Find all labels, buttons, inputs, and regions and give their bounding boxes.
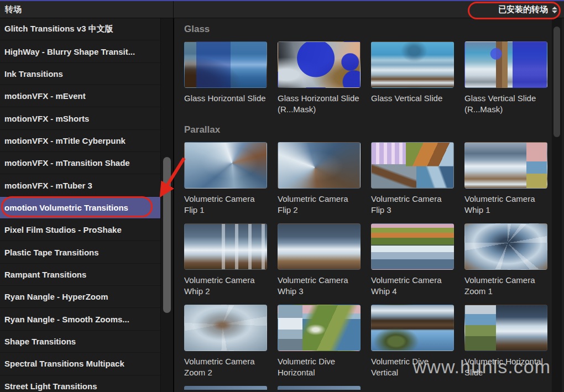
section-title: Parallax <box>184 115 564 135</box>
transition-cell: Volumetric Camera Flip 3 <box>371 142 454 216</box>
transition-cell: Glass Vertical Slide (R...Mask) <box>464 41 547 115</box>
transition-cell: Glass Vertical Slide <box>371 41 454 115</box>
transition-label: Volumetric Dive Vertical <box>371 356 454 378</box>
transition-label: Volumetric Camera Whip 3 <box>278 275 361 297</box>
sidebar-item[interactable]: Rampant Transitions <box>0 264 160 286</box>
transitions-grid: Volumetric Camera Flip 1 Volumetric Came… <box>184 142 564 390</box>
sidebar-item[interactable]: motionVFX - mTitle Cyberpunk <box>0 130 160 152</box>
main-scrollbar-thumb[interactable] <box>553 27 560 137</box>
transition-packs-sidebar: Glitch Transitions v3 中文版 HighWay - Blur… <box>0 18 160 392</box>
sidebar-item[interactable]: motionVFX - mTransition Shade <box>0 152 160 174</box>
transition-label: Volumetric Camera Zoom 2 <box>184 356 267 378</box>
sidebar-item-label: Ryan Nangle - Smooth Zooms... <box>4 315 129 324</box>
panel-title: 转场 <box>0 4 22 15</box>
sidebar-item-label: Glitch Transitions v3 中文版 <box>4 24 113 34</box>
section-title: Glass <box>184 18 564 35</box>
transition-thumbnail-partial[interactable] <box>278 386 361 390</box>
sidebar-item-label: motionVFX - mTitle Cyberpunk <box>4 136 126 145</box>
sidebar-item[interactable]: motionVFX - mShorts <box>0 107 160 129</box>
transition-label: Volumetric Dive Horizontal <box>278 356 361 378</box>
transition-label: Volumetric Camera Whip 1 <box>464 194 547 216</box>
sections-container: Glass Glass Horizontal Slide Glass Horiz… <box>174 18 564 390</box>
transition-label: Volumetric Camera Whip 2 <box>184 275 267 297</box>
transition-thumbnail-partial[interactable] <box>184 386 267 390</box>
transition-label: Glass Horizontal Slide (R...Mask) <box>278 93 361 115</box>
transition-thumbnail[interactable] <box>278 305 361 351</box>
transition-thumbnail[interactable] <box>464 41 547 88</box>
sidebar-item-label: motionVFX - mTransition Shade <box>4 158 130 168</box>
transition-section: Glass Glass Horizontal Slide Glass Horiz… <box>184 18 564 115</box>
transition-thumbnail[interactable] <box>184 142 267 189</box>
transition-thumbnail[interactable] <box>278 223 361 270</box>
transition-cell: Glass Horizontal Slide <box>184 41 267 115</box>
sidebar-item-label: omotion Volumetric Transitions <box>4 203 128 212</box>
transition-label: Volumetric Camera Whip 4 <box>371 275 454 297</box>
header-bar: 转场 已安装的转场 <box>0 1 564 18</box>
transition-thumbnail[interactable] <box>184 305 267 351</box>
transition-label: Volumetric Camera Flip 1 <box>184 194 267 216</box>
transition-thumbnail[interactable] <box>371 41 454 88</box>
transition-label: Glass Horizontal Slide <box>184 93 267 115</box>
transition-thumbnail[interactable] <box>464 223 547 270</box>
sidebar-item-label: Ink Transitions <box>4 69 63 79</box>
sidebar-item[interactable]: Plastic Tape Transitions <box>0 241 160 263</box>
transition-thumbnail[interactable] <box>184 41 267 88</box>
transition-thumbnail[interactable] <box>278 142 361 189</box>
transition-label: Volumetric Camera Zoom 1 <box>464 275 547 297</box>
sidebar-item-label: Rampant Transitions <box>4 270 86 279</box>
sidebar-item[interactable]: omotion Volumetric Transitions <box>0 197 160 219</box>
transition-cell: Glass Horizontal Slide (R...Mask) <box>278 41 361 115</box>
transition-label: Glass Vertical Slide <box>371 93 454 115</box>
transition-thumbnail[interactable] <box>464 142 547 189</box>
sidebar-item-label: motionVFX - mTuber 3 <box>4 181 92 190</box>
transition-thumbnail[interactable] <box>278 41 361 88</box>
sidebar-item[interactable]: Ryan Nangle - HyperZoom <box>0 286 160 308</box>
transition-cell-partial <box>184 386 267 390</box>
transition-cell: Volumetric Dive Vertical <box>371 305 454 378</box>
transition-label: Volumetric Horizontal Slide <box>464 356 547 378</box>
sidebar-item-label: Plastic Tape Transitions <box>4 248 99 257</box>
sidebar-item-label: motionVFX - mShorts <box>4 114 89 123</box>
sidebar-item[interactable]: Glitch Transitions v3 中文版 <box>0 18 160 40</box>
top-accent-line <box>0 0 564 1</box>
sidebar-item-label: Pixel Film Studios - ProShake <box>4 225 122 234</box>
sidebar-item-label: Spectral Transitions Multipack <box>4 359 124 368</box>
transition-label: Volumetric Camera Flip 2 <box>278 194 361 216</box>
transition-cell: Volumetric Camera Whip 3 <box>278 223 361 297</box>
transition-cell: Volumetric Camera Zoom 1 <box>464 223 547 297</box>
transition-cell: Volumetric Camera Whip 1 <box>464 142 547 216</box>
transition-cell: Volumetric Camera Flip 1 <box>184 142 267 216</box>
sidebar-item[interactable]: Ryan Nangle - Smooth Zooms... <box>0 308 160 330</box>
transition-label: Volumetric Camera Flip 3 <box>371 194 454 216</box>
sidebar-item[interactable]: HighWay - Blurry Shape Transit... <box>0 40 160 62</box>
transition-thumbnail[interactable] <box>464 305 547 351</box>
dropdown-label: 已安装的转场 <box>498 4 548 15</box>
transition-thumbnail[interactable] <box>371 305 454 351</box>
sidebar-item-label: Shape Transitions <box>4 337 76 346</box>
installed-transitions-dropdown[interactable]: 已安装的转场 <box>498 1 557 18</box>
sidebar-item[interactable]: Pixel Film Studios - ProShake <box>0 219 160 241</box>
sidebar-item-label: HighWay - Blurry Shape Transit... <box>4 47 135 56</box>
chevron-up-down-icon <box>552 7 557 13</box>
sidebar-item[interactable]: motionVFX - mEvent <box>0 85 160 107</box>
sidebar-item[interactable]: Spectral Transitions Multipack <box>0 353 160 375</box>
transition-thumbnail[interactable] <box>184 223 267 270</box>
transitions-browser-window: 转场 已安装的转场 Glitch Transitions v3 中文版 High… <box>0 0 564 392</box>
transition-cell: Volumetric Horizontal Slide <box>464 305 547 378</box>
sidebar-list: Glitch Transitions v3 中文版 HighWay - Blur… <box>0 18 160 392</box>
sidebar-scrollbar-thumb[interactable] <box>163 157 171 313</box>
transition-cell: Volumetric Camera Whip 2 <box>184 223 267 297</box>
transition-section: Parallax Volumetric Camera Flip 1 Volume… <box>184 115 564 390</box>
transition-cell: Volumetric Camera Flip 2 <box>278 142 361 216</box>
transition-thumbnail[interactable] <box>371 223 454 270</box>
sidebar-item[interactable]: Street Light Transitions <box>0 375 160 392</box>
sidebar-item-label: Street Light Transitions <box>4 381 97 391</box>
sidebar-item-label: Ryan Nangle - HyperZoom <box>4 292 108 301</box>
transitions-grid: Glass Horizontal Slide Glass Horizontal … <box>184 41 564 115</box>
sidebar-item[interactable]: Ink Transitions <box>0 63 160 85</box>
transition-cell: Volumetric Camera Zoom 2 <box>184 305 267 378</box>
sidebar-item[interactable]: motionVFX - mTuber 3 <box>0 174 160 196</box>
transitions-grid-panel: Glass Glass Horizontal Slide Glass Horiz… <box>174 18 564 392</box>
transition-thumbnail[interactable] <box>371 142 454 189</box>
sidebar-item[interactable]: Shape Transitions <box>0 331 160 353</box>
